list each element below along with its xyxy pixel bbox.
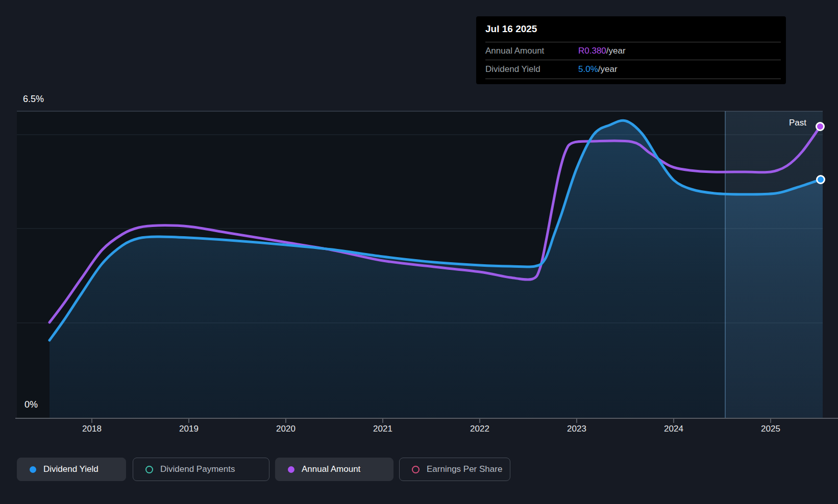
past-region-label: Past bbox=[789, 118, 806, 128]
legend-button-dividend-yield[interactable]: Dividend Yield bbox=[17, 458, 126, 481]
x-axis-label-2021: 2021 bbox=[362, 424, 403, 434]
tooltip-row-dividend-yield: Dividend Yield 5.0% /year bbox=[485, 60, 781, 79]
dividend-payments-ring-icon bbox=[145, 466, 153, 473]
earnings-per-share-ring-icon bbox=[412, 466, 420, 473]
tooltip-annual-amount-suffix: /year bbox=[606, 46, 626, 56]
tooltip-dividend-yield-value: 5.0% bbox=[578, 64, 598, 74]
annual-amount-dot-icon bbox=[288, 466, 294, 473]
tooltip-annual-amount-label: Annual Amount bbox=[485, 46, 578, 56]
x-axis-label-2018: 2018 bbox=[71, 424, 112, 434]
tooltip-date: Jul 16 2025 bbox=[485, 16, 781, 42]
y-axis-zero-label: 0% bbox=[24, 399, 38, 410]
x-axis-label-2019: 2019 bbox=[168, 424, 209, 434]
dividend-yield-dot-icon bbox=[30, 466, 36, 473]
tooltip-row-annual-amount: Annual Amount R0.380 /year bbox=[485, 42, 781, 60]
x-axis-label-2022: 2022 bbox=[459, 424, 500, 434]
x-axis-label-2024: 2024 bbox=[653, 424, 694, 434]
y-axis-max-label: 6.5% bbox=[23, 94, 44, 105]
chart-tooltip: Jul 16 2025 Annual Amount R0.380 /year D… bbox=[476, 16, 786, 84]
legend-label: Dividend Yield bbox=[43, 464, 98, 474]
legend-button-annual-amount[interactable]: Annual Amount bbox=[275, 458, 393, 481]
tooltip-annual-amount-value: R0.380 bbox=[578, 46, 606, 56]
legend-label: Annual Amount bbox=[302, 464, 360, 474]
dividend-chart-page: 6.5% 0% Past 201820192020202120222023202… bbox=[0, 0, 838, 504]
legend-button-earnings-per-share[interactable]: Earnings Per Share bbox=[399, 458, 510, 481]
legend-button-dividend-payments[interactable]: Dividend Payments bbox=[133, 458, 269, 481]
x-axis-label-2020: 2020 bbox=[265, 424, 306, 434]
tooltip-dividend-yield-label: Dividend Yield bbox=[485, 64, 578, 74]
legend-label: Earnings Per Share bbox=[427, 464, 502, 474]
tooltip-dividend-yield-suffix: /year bbox=[598, 64, 618, 74]
x-axis-label-2025: 2025 bbox=[750, 424, 791, 434]
x-axis-label-2023: 2023 bbox=[556, 424, 597, 434]
legend-label: Dividend Payments bbox=[160, 464, 235, 474]
